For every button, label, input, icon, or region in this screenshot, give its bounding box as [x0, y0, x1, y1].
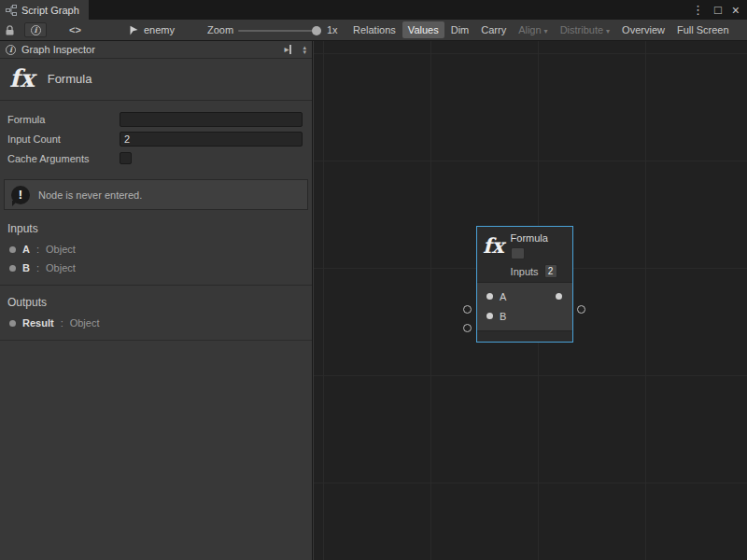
port-name: Result — [22, 317, 54, 329]
dock-panel-icon[interactable]: ▸ — [284, 45, 291, 54]
port-type: Object — [46, 244, 76, 255]
window-close-icon[interactable]: × — [732, 4, 740, 17]
window-maximize-icon[interactable]: □ — [714, 4, 722, 16]
input-port-a: A : Object — [0, 240, 312, 259]
inputs-section-header: Inputs — [0, 212, 312, 240]
script-graph-icon — [6, 5, 17, 16]
node-formula-inline-field[interactable] — [511, 247, 525, 259]
zoom-slider-thumb[interactable] — [312, 26, 321, 35]
info-icon: i — [6, 45, 16, 55]
graph-toolbar: i <> enemy Zoom 1x Relations Values Dim … — [0, 20, 747, 41]
node-title-label: Formula — [48, 72, 92, 86]
warning-box: ! Node is never entered. — [4, 179, 308, 210]
graph-asset-icon — [129, 25, 139, 35]
connection-socket-a[interactable] — [463, 305, 472, 314]
outputs-section-header: Outputs — [0, 285, 312, 314]
node-ports-section: A B — [477, 282, 572, 330]
output-port-result: Result : Object — [0, 314, 312, 332]
scroll-down-icon[interactable]: ▾ — [303, 49, 306, 54]
graph-name: enemy — [144, 24, 175, 35]
distribute-button[interactable]: Distribute ▾ — [555, 21, 615, 38]
cache-arguments-checkbox[interactable] — [120, 152, 132, 164]
panel-scroll-arrows[interactable]: ▴ ▾ — [303, 45, 308, 54]
inspector-fields: Formula Input Count Cache Arguments — [0, 101, 312, 172]
port-label: B — [500, 311, 506, 322]
window-tab-bar: Script Graph ⋮ □ × — [0, 0, 747, 20]
graph-canvas[interactable]: fx Formula Inputs 2 A B — [314, 41, 747, 560]
input-port-b-dot[interactable] — [486, 313, 493, 319]
tab-script-graph[interactable]: Script Graph — [0, 0, 89, 20]
zoom-value: 1x — [327, 20, 338, 40]
align-button[interactable]: Align ▾ — [513, 21, 553, 38]
port-label: A — [500, 291, 506, 302]
port-dot-icon — [9, 265, 16, 272]
input-port-a-dot[interactable] — [486, 293, 493, 300]
formula-field-label: Formula — [7, 114, 120, 125]
port-type: Object — [70, 317, 100, 329]
chevron-down-icon: ▾ — [606, 27, 610, 35]
chevron-down-icon: ▾ — [544, 27, 548, 35]
node-port-row-b: B — [477, 306, 572, 326]
inspector-toggle-button[interactable]: i — [24, 22, 47, 37]
dim-button[interactable]: Dim — [445, 21, 475, 38]
formula-node[interactable]: fx Formula Inputs 2 A B — [476, 226, 573, 343]
connection-socket-b[interactable] — [463, 324, 472, 332]
node-title-section: fx Formula — [0, 59, 312, 101]
node-port-row-a: A — [477, 287, 572, 306]
formula-field-input[interactable] — [120, 112, 303, 127]
port-name: B — [22, 262, 30, 273]
section-divider — [0, 340, 312, 341]
input-count-label: Input Count — [7, 133, 120, 145]
code-view-button[interactable]: <> — [69, 20, 81, 40]
values-button[interactable]: Values — [402, 21, 444, 38]
port-separator: : — [36, 244, 39, 255]
tab-label: Script Graph — [21, 5, 79, 16]
node-footer — [477, 330, 572, 342]
cache-arguments-label: Cache Arguments — [7, 153, 120, 164]
cache-arguments-row: Cache Arguments — [7, 148, 303, 168]
input-count-row: Input Count — [7, 129, 303, 148]
node-inputs-row: Inputs 2 — [511, 264, 557, 278]
inspector-title: Graph Inspector — [21, 44, 95, 55]
inspector-header: i Graph Inspector ▸ ▴ ▾ — [0, 41, 312, 59]
node-title: Formula — [511, 232, 557, 244]
window-controls: ⋮ □ × — [692, 0, 747, 20]
window-menu-icon[interactable]: ⋮ — [692, 4, 704, 16]
zoom-slider[interactable] — [238, 30, 320, 32]
align-button-label: Align — [518, 24, 541, 35]
zoom-label: Zoom — [207, 20, 233, 40]
overview-button[interactable]: Overview — [616, 21, 670, 38]
lock-icon — [5, 24, 15, 36]
formula-fx-icon: fx — [9, 66, 35, 91]
port-separator: : — [61, 317, 63, 329]
port-name: A — [22, 244, 30, 255]
distribute-button-label: Distribute — [560, 24, 603, 35]
port-dot-icon — [9, 320, 16, 327]
port-separator: : — [36, 262, 39, 273]
toolbar-buttons: Relations Values Dim Carry Align ▾ Distr… — [347, 20, 735, 40]
input-port-b: B : Object — [0, 259, 312, 277]
warning-text: Node is never entered. — [38, 189, 142, 201]
node-inputs-label: Inputs — [511, 266, 539, 277]
code-icon: <> — [69, 24, 81, 35]
port-dot-icon — [9, 246, 16, 253]
formula-field-row: Formula — [7, 109, 303, 129]
graph-inspector-panel: i Graph Inspector ▸ ▴ ▾ fx Formula Formu… — [0, 41, 313, 560]
output-port-result-dot[interactable] — [556, 293, 562, 300]
full-screen-button[interactable]: Full Screen — [671, 21, 735, 38]
carry-button[interactable]: Carry — [475, 21, 512, 38]
port-type: Object — [46, 262, 76, 273]
connection-socket-result[interactable] — [577, 305, 585, 314]
input-count-field[interactable] — [120, 132, 303, 147]
formula-node-header: fx Formula Inputs 2 — [477, 227, 572, 282]
info-icon: i — [31, 25, 41, 35]
formula-fx-icon: fx — [483, 235, 504, 278]
graph-reference[interactable]: enemy — [129, 20, 175, 40]
relations-button[interactable]: Relations — [347, 21, 402, 38]
lock-button[interactable] — [5, 20, 15, 40]
warning-icon: ! — [11, 186, 30, 204]
node-input-count-field[interactable]: 2 — [544, 264, 557, 278]
